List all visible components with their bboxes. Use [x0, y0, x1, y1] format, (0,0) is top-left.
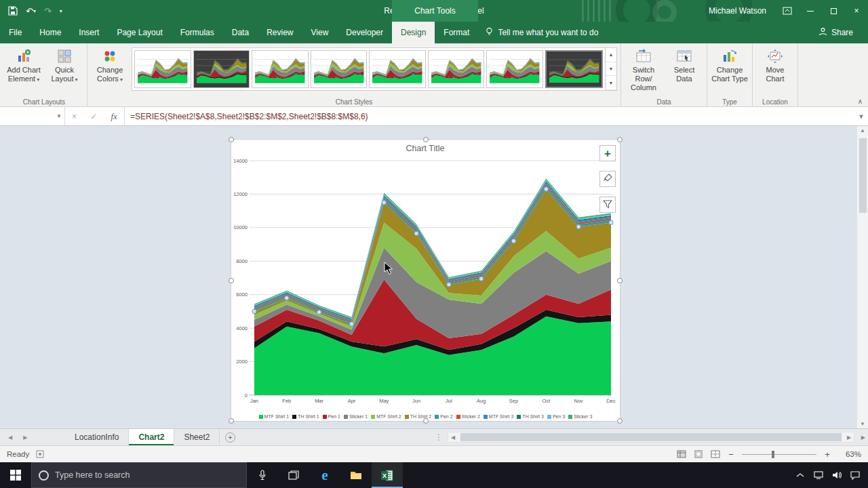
gallery-scroll-down-icon[interactable]: ▼ — [606, 62, 616, 77]
action-center-icon[interactable] — [846, 462, 864, 488]
edge-icon[interactable]: e — [309, 462, 340, 488]
resize-handle[interactable] — [229, 137, 234, 142]
cancel-formula-icon[interactable]: × — [72, 112, 77, 121]
resize-handle[interactable] — [617, 418, 623, 424]
ribbon-tab-view[interactable]: View — [302, 22, 338, 43]
gallery-scroll-up-icon[interactable]: ▲ — [606, 48, 616, 62]
ribbon-tab-insert[interactable]: Insert — [70, 22, 108, 43]
new-sheet-button[interactable]: + — [220, 429, 240, 445]
name-box-dropdown-icon[interactable]: ▼ — [54, 113, 64, 119]
sheet-tab-locationinfo[interactable]: LocationInfo — [65, 429, 129, 445]
share-button[interactable]: Share — [818, 22, 868, 43]
chart-elements-button[interactable]: + — [599, 145, 616, 161]
excel-taskbar-icon[interactable]: X — [372, 462, 403, 488]
ribbon-tab-page-layout[interactable]: Page Layout — [108, 22, 171, 43]
customize-qat-icon[interactable]: ▾ — [60, 8, 62, 14]
file-explorer-icon[interactable] — [340, 462, 372, 488]
vertical-scrollbar-thumb[interactable] — [859, 138, 867, 213]
zoom-slider-handle[interactable] — [772, 451, 774, 458]
resize-handle[interactable] — [617, 137, 623, 142]
resize-handle[interactable] — [423, 418, 429, 424]
chart-style-thumbnail[interactable] — [311, 50, 368, 88]
scroll-up-icon[interactable]: ▲ — [857, 127, 868, 134]
chart-sheet-area[interactable]: 02000400060008000100001200014000JanFebMa… — [0, 126, 868, 428]
scroll-left-icon[interactable]: ◀ — [448, 434, 458, 441]
legend-item[interactable]: Pen 3 — [547, 414, 565, 419]
enter-formula-icon[interactable]: ✓ — [90, 112, 97, 121]
select-data-button[interactable]: SelectData — [664, 45, 705, 83]
legend-item[interactable]: TH Shirt 1 — [292, 414, 319, 419]
name-box[interactable]: ▼ — [0, 107, 65, 125]
sheet-nav-right-icon[interactable]: ▶ — [23, 434, 27, 441]
zoom-out-button[interactable]: − — [727, 449, 735, 460]
chart-style-thumbnail[interactable] — [252, 50, 309, 88]
microphone-icon[interactable] — [247, 462, 278, 488]
chart-style-thumbnail[interactable] — [545, 50, 604, 88]
zoom-in-button[interactable]: + — [823, 449, 831, 460]
sheet-tab-sheet2[interactable]: Sheet2 — [174, 429, 220, 445]
ribbon-tab-developer[interactable]: Developer — [337, 22, 392, 43]
horizontal-scrollbar-thumb[interactable] — [460, 433, 842, 441]
chart-style-thumbnail[interactable] — [428, 50, 485, 88]
scroll-right-icon[interactable]: ▶ — [844, 434, 854, 441]
chart-plot[interactable]: 02000400060008000100001200014000JanFebMa… — [231, 140, 620, 408]
scroll-right-edge-icon[interactable]: ▶ — [861, 429, 865, 445]
legend-item[interactable]: MTF Shirt 3 — [484, 414, 514, 419]
resize-handle[interactable] — [229, 278, 234, 283]
network-icon[interactable] — [809, 462, 827, 488]
ribbon-tab-formulas[interactable]: Formulas — [172, 22, 223, 43]
user-name[interactable]: Michael Watson — [709, 6, 766, 16]
collapse-ribbon-button[interactable]: ∧ — [858, 98, 863, 105]
legend-item[interactable]: Sticker 1 — [344, 414, 368, 419]
change-colors-button[interactable]: ChangeColors▾ — [90, 45, 130, 84]
ribbon-tab-design[interactable]: Design — [392, 22, 435, 43]
zoom-level[interactable]: 63% — [838, 450, 861, 458]
legend-item[interactable]: MTF Shirt 1 — [259, 414, 290, 419]
resize-handle[interactable] — [423, 137, 429, 142]
chart[interactable]: 02000400060008000100001200014000JanFebMa… — [231, 139, 620, 422]
redo-icon[interactable]: ↷ — [44, 6, 52, 16]
page-break-view-icon[interactable] — [710, 449, 720, 459]
horizontal-scrollbar[interactable]: ◀ ▶ — [448, 432, 854, 443]
tray-expand-icon[interactable] — [791, 462, 809, 488]
ribbon-display-options-icon[interactable] — [776, 0, 799, 22]
expand-formula-bar-icon[interactable]: ▼ — [854, 107, 868, 125]
minimize-button[interactable] — [799, 0, 822, 22]
legend-item[interactable]: MTF Shirt 2 — [371, 414, 401, 419]
ribbon-tab-data[interactable]: Data — [223, 22, 258, 43]
legend-item[interactable]: Sticker 3 — [568, 414, 592, 419]
volume-icon[interactable] — [827, 462, 846, 488]
normal-view-icon[interactable] — [676, 449, 686, 459]
legend-item[interactable]: Pen 2 — [435, 414, 452, 419]
resize-handle[interactable] — [617, 278, 623, 283]
chart-filters-button[interactable] — [599, 197, 616, 213]
page-layout-view-icon[interactable] — [693, 449, 703, 459]
chart-style-thumbnail[interactable] — [486, 50, 543, 88]
task-view-icon[interactable] — [278, 462, 309, 488]
switch-row-column-button[interactable]: Switch Row/Column — [623, 45, 664, 92]
tell-me-box[interactable]: Tell me what you want to do — [485, 22, 598, 43]
sheet-nav-left-icon[interactable]: ◀ — [8, 434, 12, 441]
gallery-more-icon[interactable]: ▼ — [606, 76, 616, 90]
zoom-slider[interactable] — [742, 454, 816, 455]
record-macro-icon[interactable] — [36, 450, 44, 458]
chart-style-thumbnail[interactable] — [193, 50, 250, 88]
add-chart-element-button[interactable]: Add ChartElement▾ — [3, 45, 44, 84]
chart-style-thumbnail[interactable] — [369, 50, 426, 88]
taskbar-search[interactable]: Type here to search — [31, 462, 247, 488]
scroll-down-icon[interactable]: ▼ — [857, 421, 868, 427]
legend-item[interactable]: TH Shirt 3 — [517, 414, 544, 419]
resize-handle[interactable] — [229, 418, 234, 424]
legend-item[interactable]: Sticker 2 — [456, 414, 480, 419]
chart-styles-button[interactable] — [599, 171, 616, 187]
vertical-scrollbar[interactable]: ▲ ▼ — [856, 126, 868, 428]
tab-split-handle[interactable]: ⋮ — [435, 432, 443, 443]
save-icon[interactable] — [8, 6, 18, 16]
move-chart-button[interactable]: MoveChart — [755, 45, 795, 83]
ribbon-tab-format[interactable]: Format — [435, 22, 478, 43]
change-chart-type-button[interactable]: ChangeChart Type — [709, 45, 750, 83]
ribbon-tab-file[interactable]: File — [0, 22, 31, 43]
quick-layout-button[interactable]: QuickLayout▾ — [44, 45, 85, 84]
insert-function-icon[interactable]: fx — [111, 111, 117, 122]
formula-input[interactable]: =SERIES(Sheet2!$A$8,Sheet2!$B$2:$M$2,She… — [125, 107, 854, 125]
